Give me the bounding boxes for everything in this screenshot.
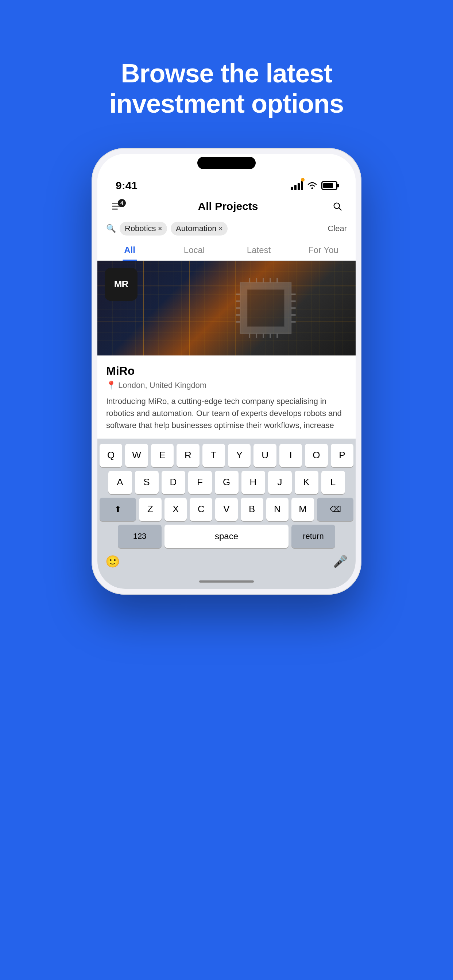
location-pin-icon: 📍	[106, 380, 116, 390]
key-b[interactable]: B	[241, 498, 263, 521]
search-small-icon: 🔍	[106, 224, 116, 233]
key-m[interactable]: M	[292, 498, 314, 521]
wifi-icon	[307, 181, 318, 190]
tag-automation[interactable]: Automation ×	[171, 222, 228, 235]
tag-robotics[interactable]: Robotics ×	[120, 222, 167, 235]
keyboard: Q W E R T Y U I O P A S D F G H J K	[97, 439, 356, 574]
company-description: Introducing MiRo, a cutting-edge tech co…	[106, 395, 347, 431]
company-name: MiRo	[106, 364, 347, 378]
key-x[interactable]: X	[164, 498, 187, 521]
status-bar: 9:41	[97, 172, 356, 196]
tab-all[interactable]: All	[97, 240, 162, 260]
svg-line-2	[339, 208, 341, 210]
filter-button[interactable]: 4	[108, 199, 126, 214]
filter-badge: 4	[118, 199, 126, 207]
company-logo: MR	[105, 268, 137, 301]
key-y[interactable]: Y	[228, 444, 250, 467]
search-row: 🔍 Robotics × Automation × Clear	[97, 219, 356, 239]
phone-screen: 9:41	[97, 154, 356, 589]
page-title: All Projects	[198, 200, 258, 213]
tab-local[interactable]: Local	[162, 240, 226, 260]
svg-point-0	[311, 188, 313, 189]
key-space[interactable]: space	[164, 525, 289, 548]
key-r[interactable]: R	[177, 444, 199, 467]
key-shift[interactable]: ⬆	[100, 498, 136, 521]
key-a[interactable]: A	[108, 471, 132, 494]
tab-latest[interactable]: Latest	[226, 240, 291, 260]
battery-icon	[321, 181, 337, 190]
key-h[interactable]: H	[241, 471, 265, 494]
status-time: 9:41	[116, 180, 137, 192]
key-v[interactable]: V	[215, 498, 238, 521]
key-u[interactable]: U	[254, 444, 276, 467]
status-icons	[291, 181, 337, 190]
key-delete[interactable]: ⌫	[317, 498, 353, 521]
app-header: 4 All Projects	[97, 196, 356, 219]
keyboard-row-3: ⬆ Z X C V B N M ⌫	[100, 498, 353, 521]
key-o[interactable]: O	[305, 444, 327, 467]
card-image: MR	[97, 261, 356, 355]
phone-device: 9:41	[91, 148, 362, 595]
key-q[interactable]: Q	[100, 444, 122, 467]
dynamic-island	[197, 157, 256, 169]
hero-line2: investment options	[109, 89, 344, 118]
search-icon	[332, 201, 343, 212]
tabs-row: All Local Latest For You	[97, 239, 356, 261]
key-w[interactable]: W	[125, 444, 148, 467]
home-bar	[199, 581, 254, 582]
clear-button[interactable]: Clear	[327, 224, 347, 233]
key-e[interactable]: E	[151, 444, 174, 467]
key-g[interactable]: G	[215, 471, 239, 494]
key-s[interactable]: S	[135, 471, 159, 494]
key-d[interactable]: D	[161, 471, 185, 494]
keyboard-row-4: 123 space return	[100, 525, 353, 548]
key-f[interactable]: F	[188, 471, 212, 494]
microphone-icon[interactable]: 🎤	[333, 555, 348, 568]
key-return[interactable]: return	[292, 525, 335, 548]
notch-area	[97, 154, 356, 172]
tag-robotics-close[interactable]: ×	[158, 225, 162, 232]
emoji-icon[interactable]: 🙂	[105, 555, 120, 568]
key-n[interactable]: N	[266, 498, 289, 521]
keyboard-row-1: Q W E R T Y U I O P	[100, 444, 353, 467]
hero-text: Browse the latest investment options	[80, 58, 373, 119]
keyboard-bottom: 🙂 🎤	[100, 552, 353, 572]
key-p[interactable]: P	[331, 444, 353, 467]
key-i[interactable]: I	[279, 444, 302, 467]
key-z[interactable]: Z	[139, 498, 161, 521]
card-content: MiRo 📍 London, United Kingdom Introducin…	[97, 355, 356, 439]
home-indicator	[97, 574, 356, 589]
key-c[interactable]: C	[190, 498, 212, 521]
tag-automation-close[interactable]: ×	[219, 225, 222, 232]
key-j[interactable]: J	[268, 471, 292, 494]
search-button[interactable]	[330, 199, 345, 214]
project-card[interactable]: MR MiRo 📍 London, United Kingdom Introdu…	[97, 261, 356, 439]
key-numbers[interactable]: 123	[118, 525, 161, 548]
hero-line1: Browse the latest	[121, 59, 332, 88]
company-location: 📍 London, United Kingdom	[106, 380, 347, 390]
svg-rect-9	[247, 290, 284, 326]
key-t[interactable]: T	[203, 444, 225, 467]
signal-icon	[291, 181, 303, 190]
keyboard-row-2: A S D F G H J K L	[100, 471, 353, 494]
key-k[interactable]: K	[295, 471, 318, 494]
key-l[interactable]: L	[321, 471, 345, 494]
tab-for-you[interactable]: For You	[291, 240, 356, 260]
